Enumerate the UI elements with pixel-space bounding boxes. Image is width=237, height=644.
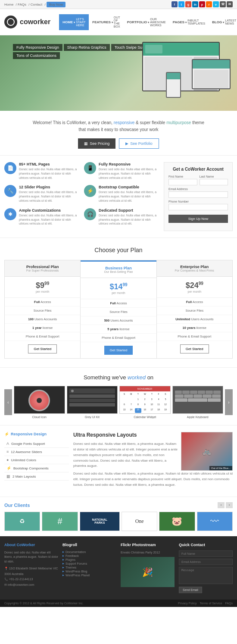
blogroll-feedback[interactable]: Feedback	[62, 554, 116, 557]
feature-layouts[interactable]: ▦ 2 Main Layouts	[4, 472, 69, 481]
copyright-text: Copyrights © 2012 & All Rights Reserved …	[4, 602, 84, 605]
get-started-enterprise[interactable]: Get Started	[180, 344, 209, 353]
nav-features[interactable]: FEATURES▾ Out Of The Box	[89, 13, 123, 31]
blogroll-wp-blog[interactable]: WordPress Blog	[62, 570, 116, 573]
terms-link[interactable]: Terms of Service	[200, 602, 222, 605]
hero-section: Fully Responsive Design Sharp Retina Gra…	[0, 35, 237, 111]
footer-bottom: Copyrights © 2012 & All Rights Reserved …	[0, 600, 237, 607]
feature-sliders-item[interactable]: ≡ 12 Awesome Sliders	[4, 448, 69, 456]
blogroll-support[interactable]: Support Forums	[62, 562, 116, 565]
welcome-section: Welcome! This is CoWorker, a very clean,…	[0, 111, 237, 156]
privacy-policy-link[interactable]: Privacy Policy	[178, 602, 197, 605]
welcome-text: Welcome! This is CoWorker, a very clean,…	[13, 119, 224, 133]
blogroll-themes[interactable]: Themes	[62, 566, 116, 569]
first-name-input[interactable]	[168, 179, 197, 185]
features-list-title: ⚡ Responsive Design	[4, 432, 69, 436]
nav-home[interactable]: HOME ▾ Let's Start Here	[59, 14, 89, 30]
email-icon[interactable]: ✉	[227, 1, 233, 7]
pricing-table: Professional Plan For Super Professional…	[4, 260, 233, 359]
nav-pages[interactable]: PAGES▾ Inbuilt Templates	[169, 16, 209, 28]
plan-enterprise: Enterprise Plan For Companies & Maxi-Fir…	[157, 260, 232, 358]
facebook-icon[interactable]: f	[172, 1, 178, 7]
google-plus-icon[interactable]: g	[185, 1, 191, 7]
footer-flickr-title: Flickr Photostream	[121, 543, 175, 547]
vimeo-icon[interactable]: v	[213, 1, 219, 7]
sign-up-button[interactable]: Sign Up Now	[168, 215, 228, 223]
faqs-footer-link[interactable]: FAQs	[225, 602, 233, 605]
clients-next-button[interactable]: ›	[226, 502, 233, 508]
email-input[interactable]	[168, 191, 228, 198]
pinterest-icon[interactable]: p	[199, 1, 205, 7]
portfolio-item-3: NOVEMBER SMTWTFS 12345 6789101112 131415…	[119, 386, 171, 419]
signup-form: Get a CoWorker Account First Name Last N…	[164, 162, 233, 231]
phone-input[interactable]	[168, 204, 228, 210]
blogroll-plugins[interactable]: Plugins	[62, 558, 116, 561]
feature-bootstrap-list[interactable]: ⚡ Bootstrap Components	[4, 464, 69, 472]
feature-access: Full Access	[157, 298, 232, 306]
see-portfolio-button[interactable]: ▶ See Portfolio	[119, 138, 159, 149]
feature-customizations: ✱ Ample Customizations Donec sed odio du…	[4, 208, 80, 226]
feature-source: Source Files	[5, 306, 80, 315]
home-link[interactable]: Home	[4, 3, 13, 6]
get-started-professional[interactable]: Get Started	[28, 344, 57, 353]
per-month: per month	[83, 291, 154, 294]
last-name-label: Last Name	[200, 175, 228, 178]
clients-nav: ‹ ›	[218, 502, 233, 508]
contact-link[interactable]: Contact	[31, 3, 43, 6]
per-month: per month	[7, 290, 78, 293]
get-started-business[interactable]: Get Started	[104, 346, 133, 355]
phone-icon[interactable]: ☏	[220, 1, 226, 7]
features-list-section: ⚡ Responsive Design A Google Fonts Suppo…	[0, 425, 237, 496]
feature-license: 1 year license	[5, 324, 80, 332]
footer-grid: About CoWorker Donec sed odio dui. Nulla…	[4, 543, 233, 593]
blogroll-wp-planet[interactable]: WordPress Planet	[62, 574, 116, 577]
footer-email-input[interactable]	[179, 559, 233, 565]
see-pricing-button[interactable]: ▦ See Pricing	[78, 138, 115, 149]
last-name-input[interactable]	[200, 179, 228, 185]
feature-title: Fully Responsive	[99, 162, 159, 166]
faqs-link[interactable]: FAQs	[18, 3, 26, 6]
feature-row-2: 🔧 12 Slider Plugins Donec sed odio dui. …	[4, 185, 159, 203]
portfolio-prev-arrow[interactable]: ‹	[4, 389, 12, 415]
plan-btn: Get Started	[5, 341, 80, 357]
rss-icon[interactable]: r	[206, 1, 212, 7]
portfolio-grid: ‹ Cloud Icon	[4, 386, 233, 419]
plan-name: Enterprise Plan	[159, 265, 230, 269]
features-main-image: 🚲 Out of the Blue...	[181, 432, 233, 471]
portfolio-next-arrow[interactable]: ›	[225, 389, 233, 415]
features-list: 📄 85+ HTML Pages Donec sed odio dui. Nul…	[4, 162, 159, 231]
feature-access: Full Access	[5, 298, 80, 306]
portfolio-item-4: Apple Keyboard	[172, 386, 224, 419]
footer-about-text: Donec sed odio dui. Nulla vitae elit lib…	[4, 550, 58, 564]
footer-contact: 📍 13/2 Elizabeth Street Melbourne VIC 30…	[4, 566, 58, 588]
client-logo-2: #	[42, 512, 78, 531]
sliders-icon: 🔧	[4, 185, 16, 197]
phone: 📞 +91-22-21144113	[4, 577, 58, 582]
feature-desc: Donec sed odio dui. Nulla vitae elit lib…	[99, 167, 159, 180]
nav-blog[interactable]: BLOG▾ Latest News	[209, 16, 237, 28]
social-icons: f t g in p r v ☏ ✉	[172, 1, 233, 7]
twitter-icon[interactable]: t	[178, 1, 184, 7]
out-of-blue-caption: Out of the Blue...	[209, 466, 232, 470]
portfolio-thumb-3: NOVEMBER SMTWTFS 12345 6789101112 131415…	[119, 386, 171, 414]
feature-source: Source Files	[157, 306, 232, 315]
logo: coworker	[4, 16, 50, 28]
feature-title: Ample Customizations	[19, 208, 80, 213]
blogroll-documentation[interactable]: Documentation	[62, 550, 116, 553]
feature-support: 🎧 Dedicated Support Donec sed odio dui. …	[84, 208, 159, 226]
linkedin-icon[interactable]: in	[192, 1, 198, 7]
feature-users: 500 Users Accounts	[81, 316, 156, 325]
clients-prev-button[interactable]: ‹	[218, 502, 225, 508]
clients-grid: ♻ # NATIONALPARKS One 🐷 〰	[4, 512, 233, 531]
feature-colors[interactable]: ● Unlimited Colors	[4, 456, 69, 464]
feature-google-fonts[interactable]: A Google Fonts Support	[4, 440, 69, 448]
clients-title: Our Clients	[4, 503, 30, 508]
hero-device	[138, 40, 233, 106]
footer-message-input[interactable]	[179, 567, 233, 584]
buy-now-button[interactable]: Buy Now	[47, 2, 65, 7]
features-list-left: ⚡ Responsive Design A Google Fonts Suppo…	[4, 432, 69, 490]
client-logo-5: 🐷	[159, 512, 195, 531]
send-email-button[interactable]: Send Email	[179, 587, 202, 593]
nav-portfolio[interactable]: PORTFOLIO▾ Our Awesome Works	[124, 14, 169, 30]
footer-name-input[interactable]	[179, 550, 233, 557]
